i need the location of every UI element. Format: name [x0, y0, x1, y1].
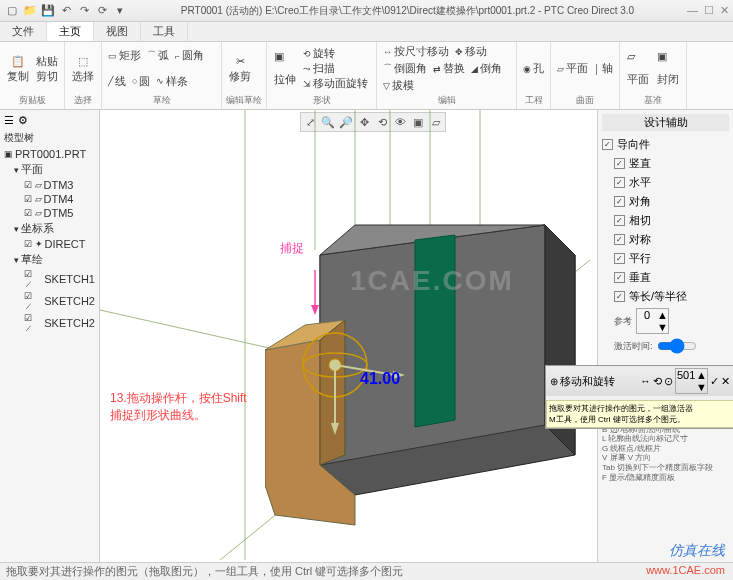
copy-button[interactable]: 📋复制 — [4, 52, 32, 85]
tree-item[interactable]: ☑ ▱ DTM5 — [4, 206, 95, 220]
rotate-button[interactable]: ⟲旋转 — [301, 46, 370, 61]
check-vertical[interactable]: ✓竖直 — [614, 154, 729, 173]
check-symmetric[interactable]: ✓对称 — [614, 230, 729, 249]
tree-item[interactable]: ☑ ⟋ SKETCH1 — [4, 268, 95, 290]
svg-marker-24 — [311, 305, 319, 315]
replace-button[interactable]: ⇄替换 — [431, 61, 467, 76]
tree-group-sketch[interactable]: ▾ 草绘 — [4, 251, 95, 268]
dimension-value: 41.00 — [360, 370, 400, 388]
snap-label: 捕捉 — [280, 240, 304, 257]
ribbon-select: ⬚选择 选择 — [65, 42, 102, 109]
3d-canvas[interactable]: ⤢ 🔍 🔎 ✥ ⟲ 👁 ▣ ▱ — [100, 110, 597, 562]
saved-view-icon[interactable]: 👁 — [392, 114, 408, 130]
move-button[interactable]: ✥移动 — [453, 44, 489, 59]
ribbon-eng: ◉孔 工程 — [517, 42, 551, 109]
tree-root[interactable]: ▣ PRT0001.PRT — [4, 147, 95, 161]
tab-file[interactable]: 文件 — [0, 22, 47, 41]
titlebar: ▢ 📁 💾 ↶ ↷ ⟳ ▾ PRT0001 (活动的) E:\Creo工作目录\… — [0, 0, 733, 22]
zoom-in-icon[interactable]: 🔍 — [320, 114, 336, 130]
tab-home[interactable]: 主页 — [47, 22, 94, 41]
dlg-tool-icon[interactable]: ↔ — [640, 375, 651, 387]
tree-item[interactable]: ☑ ▱ DTM3 — [4, 178, 95, 192]
refit-icon[interactable]: ⤢ — [302, 114, 318, 130]
ribbon: 📋复制 粘贴 剪切 剪贴板 ⬚选择 选择 ▭矩形 ⌒弧 ⌐圆角 ╱线 ○圆 ∿样… — [0, 42, 733, 110]
dlg-tool-icon[interactable]: ⊙ — [664, 375, 673, 388]
regen-icon[interactable]: ⟳ — [94, 3, 110, 19]
activate-slider[interactable] — [657, 338, 697, 354]
paste-button[interactable]: 粘贴 — [34, 54, 60, 69]
minimize-icon[interactable]: — — [687, 4, 698, 17]
new-icon[interactable]: ▢ — [4, 3, 20, 19]
view-toolbar: ⤢ 🔍 🔎 ✥ ⟲ 👁 ▣ ▱ — [300, 112, 446, 132]
ribbon-clipboard: 📋复制 粘贴 剪切 剪贴板 — [0, 42, 65, 109]
cut-button[interactable]: 剪切 — [34, 69, 60, 84]
check-perpendicular[interactable]: ✓垂直 — [614, 268, 729, 287]
axis-button[interactable]: │轴 — [592, 61, 615, 76]
redo-icon[interactable]: ↷ — [76, 3, 92, 19]
check-tangent[interactable]: ✓相切 — [614, 211, 729, 230]
tree-item[interactable]: ☑ ✦ DIRECT — [4, 237, 95, 251]
check-diagonal[interactable]: ✓对角 — [614, 192, 729, 211]
close-icon[interactable]: ✕ — [720, 4, 729, 17]
dlg-ok-icon[interactable]: ✓ — [710, 375, 719, 388]
moveface-button[interactable]: ⇲移动面旋转 — [301, 76, 370, 91]
check-horizontal[interactable]: ✓水平 — [614, 173, 729, 192]
round-button[interactable]: ⌒倒圆角 — [381, 61, 429, 76]
zoom-out-icon[interactable]: 🔎 — [338, 114, 354, 130]
fillet-button[interactable]: ⌐圆角 — [173, 48, 206, 63]
watermark-brand: 仿真在线 — [669, 542, 725, 560]
3d-model[interactable] — [265, 165, 595, 535]
instruction-annotation: 13.拖动操作杆，按住Shift 捕捉到形状曲线。 — [110, 390, 247, 424]
dlg-cancel-icon[interactable]: ✕ — [721, 375, 730, 388]
tree-group-csys[interactable]: ▾ 坐标系 — [4, 220, 95, 237]
sweep-button[interactable]: ⤳扫描 — [301, 61, 370, 76]
window-controls: — ☐ ✕ — [687, 4, 729, 17]
panel-header: 设计辅助 — [602, 114, 729, 131]
dialog-title[interactable]: ⊕ 移动和旋转 ↔ ⟲ ⊙ 501▲▼ ✓ ✕ — [546, 366, 733, 396]
dim-move-button[interactable]: ↔按尺寸移动 — [381, 44, 451, 59]
open-icon[interactable]: 📁 — [22, 3, 38, 19]
circle-button[interactable]: ○圆 — [130, 74, 152, 89]
datum-plane-button[interactable]: ▱平面 — [624, 49, 652, 88]
chamfer-button[interactable]: ◢倒角 — [469, 61, 504, 76]
draft-button[interactable]: ▽拔模 — [381, 78, 416, 93]
tree-group-plane[interactable]: ▾ 平面 — [4, 161, 95, 178]
rect-button[interactable]: ▭矩形 — [106, 48, 143, 63]
extrude-button[interactable]: ▣拉伸 — [271, 49, 299, 88]
undo-icon[interactable]: ↶ — [58, 3, 74, 19]
dropdown-icon[interactable]: ▾ — [112, 3, 128, 19]
ribbon-base: ▱平面 ▣封闭 基准 — [620, 42, 687, 109]
tree-item[interactable]: ☑ ⟋ SKETCH2 — [4, 312, 95, 334]
tab-view[interactable]: 视图 — [94, 22, 141, 41]
model-tree-panel: ☰ ⚙ 模型树 ▣ PRT0001.PRT ▾ 平面 ☑ ▱ DTM3 ☑ ▱ … — [0, 110, 100, 562]
tab-tools[interactable]: 工具 — [141, 22, 188, 41]
datum-display-icon[interactable]: ▱ — [428, 114, 444, 130]
move-rotate-dialog[interactable]: ⊕ 移动和旋转 ↔ ⟲ ⊙ 501▲▼ ✓ ✕ 拖取要对其进行操作的图元，一组激… — [545, 365, 733, 429]
design-assist-panel: 设计辅助 ✓导向件 ✓竖直 ✓水平 ✓对角 ✓相切 ✓对称 ✓平行 ✓垂直 ✓等… — [597, 110, 733, 562]
hole-button[interactable]: ◉孔 — [521, 61, 546, 76]
spin-icon[interactable]: ⟲ — [374, 114, 390, 130]
line-button[interactable]: ╱线 — [106, 74, 128, 89]
check-equal[interactable]: ✓等长/等半径 — [614, 287, 729, 306]
tree-tab-icon[interactable]: ☰ — [4, 114, 14, 127]
ribbon-edit2: ↔按尺寸移动 ✥移动 ⌒倒圆角 ⇄替换 ◢倒角 ▽拔模 编辑 — [377, 42, 517, 109]
guide-check[interactable]: ✓导向件 — [602, 135, 729, 154]
close-button[interactable]: ▣封闭 — [654, 49, 682, 88]
display-style-icon[interactable]: ▣ — [410, 114, 426, 130]
ribbon-sketch: ▭矩形 ⌒弧 ⌐圆角 ╱线 ○圆 ∿样条 草绘 — [102, 42, 222, 109]
plane-button[interactable]: ▱平面 — [555, 61, 590, 76]
save-icon[interactable]: 💾 — [40, 3, 56, 19]
tree-item[interactable]: ☑ ▱ DTM4 — [4, 192, 95, 206]
ribbon-shape: ▣拉伸 ⟲旋转 ⤳扫描 ⇲移动面旋转 形状 — [267, 42, 377, 109]
spline-button[interactable]: ∿样条 — [154, 74, 190, 89]
tree-item[interactable]: ☑ ⟋ SKETCH2 — [4, 290, 95, 312]
maximize-icon[interactable]: ☐ — [704, 4, 714, 17]
pan-icon[interactable]: ✥ — [356, 114, 372, 130]
trim-button[interactable]: ✂修剪 — [226, 52, 254, 85]
tree-settings-icon[interactable]: ⚙ — [18, 114, 28, 127]
watermark-url: www.1CAE.com — [646, 564, 725, 576]
dlg-tool-icon[interactable]: ⟲ — [653, 375, 662, 388]
arc-button[interactable]: ⌒弧 — [145, 48, 171, 63]
check-parallel[interactable]: ✓平行 — [614, 249, 729, 268]
select-button[interactable]: ⬚选择 — [69, 52, 97, 85]
